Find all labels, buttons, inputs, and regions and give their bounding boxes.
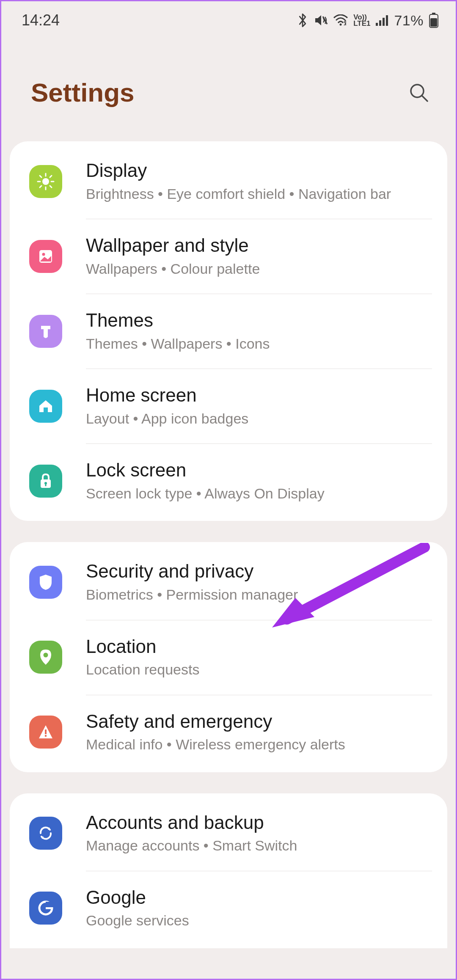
page-title: Settings <box>31 77 135 107</box>
wallpaper-icon <box>29 240 62 273</box>
svg-rect-5 <box>386 15 388 26</box>
shield-icon <box>29 566 62 599</box>
svg-rect-2 <box>376 23 378 26</box>
settings-item-home-screen[interactable]: Home screen Layout • App icon badges <box>10 369 447 443</box>
settings-group-display: Display Brightness • Eye comfort shield … <box>10 141 447 521</box>
settings-item-subtitle: Screen lock type • Always On Display <box>86 484 432 503</box>
home-icon <box>29 390 62 423</box>
settings-item-subtitle: Wallpapers • Colour palette <box>86 260 432 278</box>
settings-item-subtitle: Google services <box>86 911 432 930</box>
bluetooth-icon <box>297 13 308 28</box>
settings-item-title: Security and privacy <box>86 561 432 582</box>
settings-item-themes[interactable]: Themes Themes • Wallpapers • Icons <box>10 294 447 369</box>
location-icon <box>29 641 62 674</box>
svg-point-1 <box>340 24 342 26</box>
settings-item-subtitle: Medical info • Wireless emergency alerts <box>86 735 432 754</box>
settings-item-location[interactable]: Location Location requests <box>10 620 447 695</box>
status-time: 14:24 <box>22 11 60 29</box>
svg-rect-4 <box>383 18 385 26</box>
svg-line-18 <box>50 176 52 177</box>
settings-item-subtitle: Manage accounts • Smart Switch <box>86 837 432 855</box>
settings-item-title: Themes <box>86 310 432 331</box>
settings-item-google[interactable]: Google Google services <box>10 871 447 946</box>
settings-item-title: Google <box>86 887 432 908</box>
svg-rect-25 <box>45 484 47 486</box>
svg-rect-8 <box>430 18 437 27</box>
svg-rect-22 <box>44 407 48 412</box>
svg-rect-30 <box>46 902 53 907</box>
settings-item-title: Home screen <box>86 385 432 406</box>
svg-line-17 <box>50 186 52 187</box>
settings-item-subtitle: Biometrics • Permission manager <box>86 586 432 604</box>
volte-icon: Vo))LTE1 <box>353 14 370 27</box>
settings-group-security: Security and privacy Biometrics • Permis… <box>10 542 447 772</box>
settings-item-title: Location <box>86 636 432 658</box>
safety-icon <box>29 716 62 749</box>
settings-item-subtitle: Location requests <box>86 661 432 679</box>
wifi-icon <box>333 14 348 26</box>
settings-item-wallpaper[interactable]: Wallpaper and style Wallpapers • Colour … <box>10 219 447 294</box>
status-icons: Vo))LTE1 71% <box>297 12 439 29</box>
search-icon <box>408 82 430 104</box>
page-header: Settings <box>1 39 456 141</box>
battery-icon <box>429 13 439 28</box>
brightness-icon <box>29 165 62 198</box>
settings-item-subtitle: Layout • App icon badges <box>86 410 432 428</box>
search-button[interactable] <box>405 79 432 106</box>
settings-item-safety-emergency[interactable]: Safety and emergency Medical info • Wire… <box>10 695 447 770</box>
lock-icon <box>29 465 62 498</box>
settings-item-title: Lock screen <box>86 460 432 481</box>
settings-item-lock-screen[interactable]: Lock screen Screen lock type • Always On… <box>10 443 447 518</box>
sync-icon <box>29 817 62 850</box>
svg-rect-28 <box>45 735 47 737</box>
mute-icon <box>314 14 328 27</box>
svg-rect-27 <box>45 729 47 734</box>
settings-item-security-privacy[interactable]: Security and privacy Biometrics • Permis… <box>10 545 447 619</box>
settings-item-subtitle: Themes • Wallpapers • Icons <box>86 335 432 353</box>
svg-point-26 <box>44 653 48 658</box>
themes-icon <box>29 315 62 348</box>
settings-group-accounts: Accounts and backup Manage accounts • Sm… <box>10 793 447 948</box>
settings-item-title: Safety and emergency <box>86 711 432 732</box>
signal-icon <box>375 14 389 26</box>
settings-item-subtitle: Brightness • Eye comfort shield • Naviga… <box>86 185 432 203</box>
svg-line-16 <box>40 176 41 177</box>
google-icon <box>29 892 62 925</box>
svg-line-10 <box>422 96 427 101</box>
svg-point-21 <box>42 253 45 256</box>
settings-item-title: Accounts and backup <box>86 812 432 834</box>
status-bar: 14:24 Vo))LTE1 71% <box>1 1 456 39</box>
svg-point-11 <box>42 178 49 185</box>
battery-percent: 71% <box>394 12 424 29</box>
settings-item-title: Wallpaper and style <box>86 235 432 256</box>
svg-rect-3 <box>379 20 381 26</box>
svg-line-19 <box>40 186 41 187</box>
settings-item-display[interactable]: Display Brightness • Eye comfort shield … <box>10 144 447 219</box>
settings-item-title: Display <box>86 160 432 182</box>
settings-item-accounts-backup[interactable]: Accounts and backup Manage accounts • Sm… <box>10 796 447 871</box>
